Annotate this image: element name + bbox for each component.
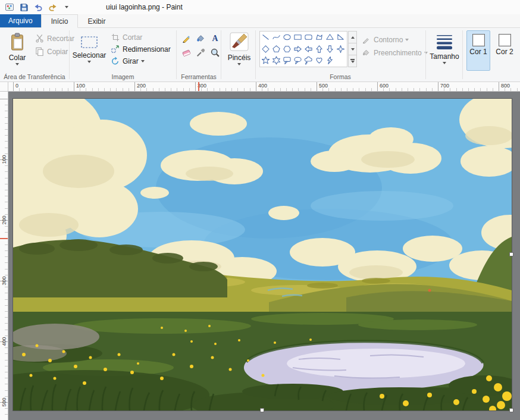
color1-swatch [472,34,485,46]
shape-left-arrow[interactable] [303,43,314,55]
shape-curve[interactable] [271,32,281,43]
crop-button[interactable]: Cortar [108,32,144,43]
shapes-scroll-up-button[interactable] [348,31,357,43]
pencil-tool-button[interactable] [180,32,193,45]
shapes-gallery [259,31,347,67]
title-bar: uiui lagoinha.png - Paint [0,0,520,14]
pointer-y-marker [0,238,8,239]
color2-swatch [499,34,511,46]
shapes-scroll-down-button[interactable] [348,43,357,55]
size-icon [436,32,453,52]
copy-icon [35,46,45,57]
shape-rounded-callout[interactable] [281,55,292,67]
shape-right-arrow[interactable] [292,43,303,55]
select-button[interactable]: Selecionar [73,30,105,75]
shape-up-arrow[interactable] [314,43,324,55]
rotate-icon [110,56,120,66]
shape-four-point-star[interactable] [335,43,346,55]
copy-button[interactable]: Copiar [33,46,70,57]
paste-button[interactable]: Colar [4,30,31,75]
undo-button[interactable] [32,1,44,13]
shape-fill-button[interactable]: Preenchimento [359,47,430,58]
shape-oval-callout[interactable] [292,55,303,67]
shape-oval[interactable] [281,32,292,43]
color2-button[interactable]: Cor 2 [493,30,516,71]
text-tool-button[interactable]: A [208,32,222,45]
shape-heart[interactable] [314,55,324,67]
shape-diamond[interactable] [260,43,271,55]
paint-app-icon [4,1,15,13]
pointer-x-marker [198,82,199,91]
resize-button[interactable]: Redimensionar [108,43,173,55]
tab-view[interactable]: Exibir [78,14,115,27]
drawing-canvas[interactable] [13,99,512,410]
shape-line[interactable] [260,32,271,43]
tab-home[interactable]: Início [41,14,79,28]
canvas-resize-handle-bottom[interactable] [260,408,264,412]
shape-lightning[interactable] [324,55,335,67]
shapes-gallery-more-button[interactable] [348,55,357,67]
color-picker-tool-button[interactable] [194,46,208,59]
shapes-scrollbar [348,31,357,67]
outline-button[interactable]: Contorno [359,34,411,45]
brush-icon [230,32,249,53]
shape-right-triangle[interactable] [335,32,346,43]
paint-window: uiui lagoinha.png - Paint Arquivo Início… [0,0,520,420]
rotate-button[interactable]: Girar [108,55,146,67]
canvas-workspace [8,92,520,420]
save-button[interactable] [18,1,30,13]
canvas-resize-handle-right[interactable] [509,252,513,256]
shape-pentagon[interactable] [271,43,281,55]
image-group-label: Imagem [70,73,176,80]
horizontal-ruler: 0 100 200 300 400 500 600 700 800 [8,82,520,92]
window-title: uiui lagoinha.png - Paint [106,3,183,11]
magnifier-tool-button[interactable] [208,46,222,59]
ruler-corner [0,82,8,92]
qat-customize-dropdown[interactable] [61,1,73,13]
brushes-button[interactable]: Pincéis [225,30,253,75]
shape-polygon[interactable] [314,32,324,43]
shape-fill-icon [361,48,371,58]
shape-rounded-rectangle[interactable] [303,32,314,43]
svg-text:A: A [212,34,218,43]
tools-group-label: Ferramentas [177,73,221,80]
crop-icon [110,32,120,42]
eraser-tool-button[interactable] [180,46,193,59]
outline-icon [361,35,371,45]
clipboard-group-label: Área de Transferência [0,73,69,80]
ribbon-tab-strip: Arquivo Início Exibir [0,14,520,28]
shape-cloud-callout[interactable] [303,55,314,67]
cut-button[interactable]: Recortar [33,33,76,44]
shape-six-point-star[interactable] [271,55,281,67]
shapes-group-label: Formas [255,73,425,80]
canvas-resize-handle-corner[interactable] [509,408,513,412]
vertical-ruler: 100 200 300 400 500 [0,92,8,420]
canvas-painting [13,99,512,410]
shape-down-arrow[interactable] [324,43,335,55]
tools-grid: A [180,32,222,59]
paste-icon [8,32,26,53]
shape-five-point-star[interactable] [260,55,271,67]
size-button[interactable]: Tamanho [429,30,460,75]
scissors-icon [35,33,45,43]
color1-button[interactable]: Cor 1 [466,30,490,71]
tab-file[interactable]: Arquivo [0,14,41,27]
shape-hexagon[interactable] [281,43,292,55]
ribbon: Colar Recortar Copiar Área de Transferên… [0,28,520,82]
shape-triangle[interactable] [324,32,335,43]
shape-rectangle[interactable] [292,32,303,43]
resize-icon [110,44,120,54]
select-icon [80,32,98,51]
redo-button[interactable] [46,1,58,13]
fill-tool-button[interactable] [194,32,208,45]
